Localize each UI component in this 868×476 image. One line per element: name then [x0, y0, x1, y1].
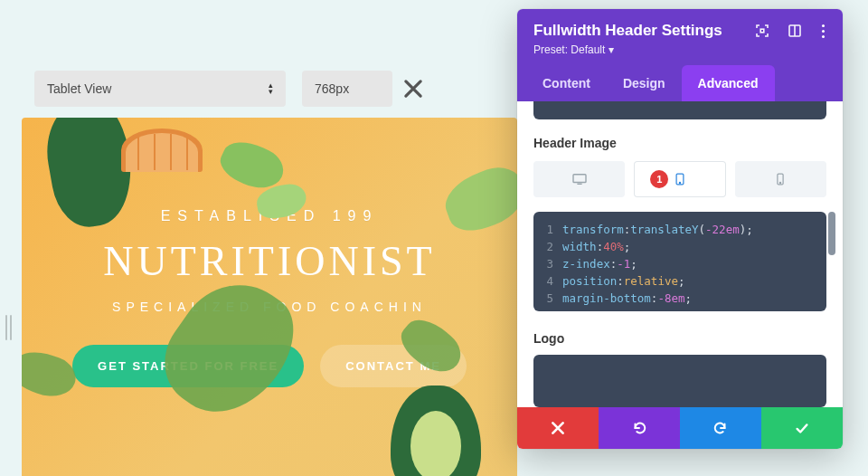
- view-mode-select[interactable]: Tablet View ▴▾: [34, 71, 286, 107]
- preview-resize-handle[interactable]: [5, 315, 16, 340]
- avocado-decor: [391, 386, 481, 476]
- redo-button[interactable]: [680, 407, 761, 449]
- orange-decor: [121, 129, 203, 172]
- svg-point-6: [780, 182, 781, 183]
- chevron-down-icon: ▾: [609, 43, 614, 56]
- section-label-header-image: Header Image: [533, 136, 826, 150]
- notification-badge: 1: [650, 170, 668, 188]
- preview-width-input[interactable]: 768px: [302, 71, 392, 107]
- device-tablet-button[interactable]: 1: [634, 161, 725, 197]
- preview-canvas[interactable]: ESTABLISED 199 NUTRITIONIST SPECIALIZED …: [22, 118, 517, 476]
- leaf-decor: [146, 262, 313, 435]
- css-code-editor[interactable]: 1 transform:translateY(-22em); 2 width:4…: [533, 212, 826, 311]
- preview-width-value: 768px: [315, 81, 349, 96]
- device-desktop-button[interactable]: [533, 161, 625, 197]
- panel-title: Fullwidth Header Settings: [533, 22, 722, 40]
- svg-point-4: [679, 182, 680, 183]
- select-chevrons-icon: ▴▾: [269, 82, 273, 95]
- section-label-logo: Logo: [533, 331, 826, 346]
- device-phone-button[interactable]: [735, 161, 826, 197]
- view-mode-label: Tablet View: [47, 81, 111, 96]
- panel-tabs: Content Design Advanced: [517, 65, 843, 101]
- clear-width-button[interactable]: [401, 77, 425, 100]
- layout-icon[interactable]: [788, 24, 802, 38]
- leaf-decor: [438, 159, 517, 238]
- tab-design[interactable]: Design: [607, 65, 682, 101]
- panel-body[interactable]: Header Image 1 1 transfor: [517, 101, 843, 407]
- discard-button[interactable]: [517, 407, 599, 449]
- preset-dropdown[interactable]: Preset: Default ▾: [533, 43, 826, 56]
- preset-label: Preset: Default: [533, 43, 605, 56]
- logo-code-editor[interactable]: [533, 355, 826, 407]
- save-button[interactable]: [761, 407, 843, 449]
- settings-panel: Fullwidth Header Settings Preset: D: [517, 9, 843, 449]
- svg-rect-0: [760, 29, 764, 33]
- tab-advanced[interactable]: Advanced: [682, 65, 775, 101]
- panel-action-bar: [517, 407, 843, 449]
- tab-content[interactable]: Content: [526, 65, 607, 101]
- undo-button[interactable]: [599, 407, 680, 449]
- svg-rect-2: [573, 175, 586, 183]
- kebab-menu-icon[interactable]: [820, 23, 826, 40]
- collapsed-code-block[interactable]: [533, 101, 826, 119]
- hero-brand: NUTRITIONIST: [22, 237, 517, 285]
- hero-section: ESTABLISED 199 NUTRITIONIST SPECIALIZED …: [22, 118, 517, 476]
- scrollbar-thumb[interactable]: [828, 212, 835, 255]
- focus-icon[interactable]: [755, 24, 769, 38]
